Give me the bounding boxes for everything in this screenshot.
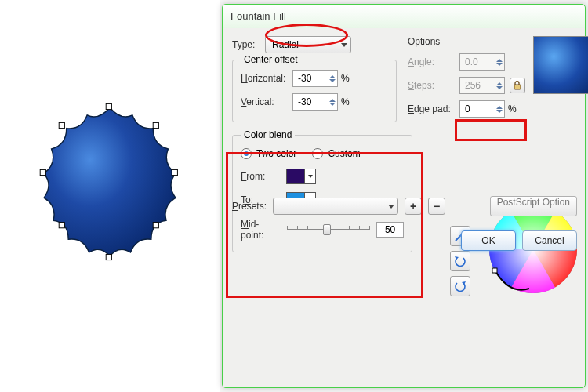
vertical-label: Vertical: [241,96,292,107]
presets-label: Presets: [232,201,267,212]
radio-on-icon [241,148,252,159]
midpoint-label: Mid-point: [241,219,281,241]
cancel-button[interactable]: Cancel [522,230,577,251]
edge-pad-spinner[interactable]: 0 [459,100,505,118]
from-color-picker[interactable] [286,169,316,184]
chevron-down-icon [388,205,394,209]
svg-rect-5 [153,223,158,228]
chevron-down-icon [304,169,315,183]
cancel-label: Cancel [535,235,564,246]
rotate-cw-icon [454,280,466,292]
pct-label-3: % [508,103,517,114]
options-heading: Options [408,36,459,47]
pct-label-2: % [341,96,350,107]
angle-spinner: 0.0 [459,53,505,71]
chevron-down-icon [341,43,347,47]
angle-value: 0.0 [465,56,478,67]
vertical-value: -30 [298,96,311,107]
starburst-shape [16,94,204,298]
color-blend-group: Color blend Two color Custom From: [232,135,412,252]
vertical-spinner[interactable]: -30 [292,93,338,111]
ok-button[interactable]: OK [461,230,516,251]
ccw-path-button[interactable] [450,251,470,271]
center-offset-group: Center offset Horizontal: -30 % Vertical… [232,60,397,122]
svg-rect-4 [153,122,158,128]
presets-combobox[interactable] [273,198,398,215]
from-label: From: [241,171,286,182]
custom-radio[interactable]: Custom [312,148,360,159]
steps-label: Steps: [408,80,459,91]
steps-value: 256 [465,80,481,91]
postscript-label: PostScript Option [497,197,570,208]
steps-spinner: 256 [459,77,505,94]
custom-label: Custom [328,148,360,159]
cw-path-button[interactable] [450,276,470,296]
dialog-title-text: Fountain Fill [230,10,286,22]
type-combobox[interactable]: Radial [265,36,351,53]
midpoint-value: 50 [385,224,395,235]
two-color-radio[interactable]: Two color [241,148,296,159]
lock-icon [514,81,521,90]
from-color-swatch [287,169,304,183]
svg-rect-0 [106,103,111,109]
center-offset-legend: Center offset [241,54,300,65]
pct-label: % [341,73,350,84]
svg-rect-6 [59,223,64,228]
canvas-area [0,0,220,392]
gradient-preview [533,36,588,94]
horizontal-spinner[interactable]: -30 [292,70,338,87]
angle-label: Angle: [408,56,459,67]
minus-icon: − [434,200,440,212]
midpoint-slider[interactable] [287,223,370,237]
edge-pad-value: 0 [465,103,470,114]
highlight-rect-edgepad [455,119,527,141]
rotate-ccw-icon [454,255,466,267]
horizontal-value: -30 [298,73,311,84]
svg-rect-8 [514,85,521,89]
radio-off-icon [312,148,323,159]
svg-rect-3 [40,169,45,175]
svg-rect-1 [172,169,177,175]
color-blend-legend: Color blend [241,129,295,140]
postscript-options-button[interactable]: PostScript Option [490,196,577,216]
midpoint-value-box[interactable]: 50 [376,222,404,238]
edge-pad-label: Edge pad: [408,103,459,114]
dialog-title: Fountain Fill [223,5,585,28]
fountain-fill-dialog: Fountain Fill Type: Radial Center offset… [222,4,586,388]
ok-label: OK [481,235,495,246]
type-label: Type: [232,39,260,50]
two-color-label: Two color [256,148,296,159]
svg-rect-2 [106,254,111,260]
lock-button[interactable] [510,78,525,93]
plus-icon: + [410,200,416,212]
horizontal-label: Horizontal: [241,73,292,84]
preset-add-button[interactable]: + [405,198,422,215]
preset-remove-button[interactable]: − [428,198,445,215]
svg-rect-7 [59,122,64,128]
type-value: Radial [272,39,299,50]
svg-rect-11 [492,268,497,273]
